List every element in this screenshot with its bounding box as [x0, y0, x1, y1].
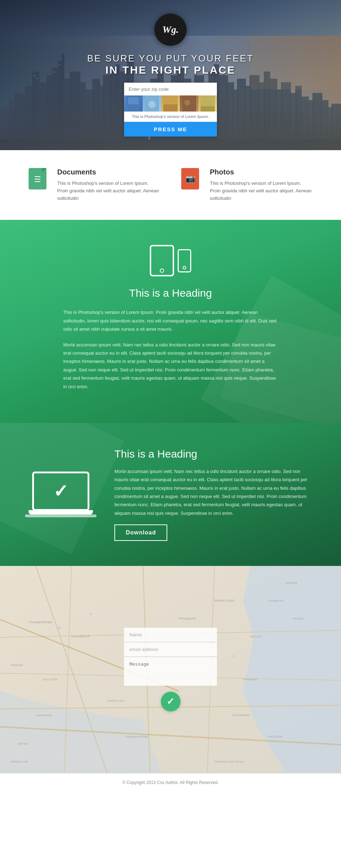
- svg-rect-65: [128, 97, 139, 104]
- feature-photos: 📷 Photos This is Photoshop's version of …: [181, 168, 312, 202]
- svg-text:Kundara Rd: Kundara Rd: [268, 599, 283, 602]
- svg-text:MUKKU: MUKKU: [293, 617, 303, 620]
- devices-icon: [43, 245, 298, 276]
- photos-title: Photos: [210, 168, 312, 176]
- submit-button[interactable]: ✓: [161, 692, 181, 711]
- svg-rect-57: [54, 71, 55, 73]
- logo: Wg.: [154, 14, 187, 46]
- svg-text:Perunpuzha: Perunpuzha: [179, 617, 196, 620]
- hero-tagline: BE SURE YOU PUT YOUR FEET IN THE RIGHT P…: [87, 53, 254, 76]
- documents-title: Documents: [57, 168, 160, 176]
- svg-text:KANNALLUR: KANNALLUR: [11, 760, 28, 763]
- svg-text:BAYWA: BAYWA: [18, 742, 28, 745]
- email-input[interactable]: [124, 642, 217, 656]
- thumbnail-2: [143, 95, 161, 112]
- laptop-check-icon: ✓: [29, 466, 93, 523]
- green-section-1: This is a Heading This is Photoshop's ve…: [0, 220, 341, 423]
- doc-icon-symbol: ☰: [34, 175, 41, 184]
- doc-icon: ☰: [29, 168, 46, 189]
- phone-shape: [178, 249, 191, 272]
- thumbnail-5: [198, 95, 217, 112]
- svg-text:Lakshmanan: Lakshmanan: [36, 714, 52, 717]
- copyright-text: © Copyright 2013 Css Author. All Rights …: [122, 780, 219, 785]
- zip-input[interactable]: [124, 83, 217, 95]
- submit-check-icon: ✓: [167, 696, 174, 707]
- section2-paragraph: Morbi accumsan ipsum velit. Nam nec tell…: [114, 467, 312, 517]
- svg-rect-69: [163, 104, 178, 112]
- laptop-base: [29, 510, 93, 514]
- section1-heading: This is a Heading: [43, 287, 298, 299]
- features-section: ☰ Documents This is Photoshop's version …: [0, 150, 341, 220]
- thumbnail-row: [124, 95, 217, 112]
- laptop-base-bottom: [25, 514, 97, 517]
- photos-content: Photos This is Photoshop's version of Lo…: [210, 168, 312, 202]
- svg-text:Kulappuram Road: Kulappuram Road: [125, 735, 148, 738]
- tablet-shape: [150, 245, 174, 276]
- documents-icon-container: ☰: [29, 168, 50, 193]
- name-input[interactable]: [124, 628, 217, 642]
- download-button[interactable]: Download: [114, 524, 167, 541]
- tagline-line2: IN THE RIGHT PLACE: [87, 64, 254, 76]
- section2-heading: This is a Heading: [114, 448, 312, 460]
- laptop-body: ✓: [32, 472, 89, 511]
- photos-icon-container: 📷: [181, 168, 203, 193]
- svg-text:KULAMILUR: KULAMILUR: [71, 635, 90, 638]
- thumbnail-4: [180, 95, 198, 112]
- svg-rect-54: [0, 139, 341, 150]
- green-section-2: ✓ This is a Heading Morbi accumsan ipsum…: [0, 423, 341, 566]
- map-section: Changanashope MANCAD KOLICODE KULAMILUR …: [0, 566, 341, 773]
- laptop-check-mark: ✓: [53, 481, 68, 502]
- svg-text:PALLINOM: PALLINOM: [268, 735, 282, 738]
- svg-rect-106: [89, 612, 92, 615]
- message-input[interactable]: [124, 657, 217, 686]
- svg-text:Rollereal Public School: Rollereal Public School: [214, 760, 244, 763]
- submit-container: ✓: [124, 692, 217, 711]
- tagline-line1: BE SURE YOU PUT YOUR FEET: [87, 53, 254, 64]
- section1-paragraph1: This is Photoshop's version of Lorem Ips…: [63, 308, 278, 333]
- svg-text:MAMPUTIKA: MAMPUTIKA: [107, 699, 124, 702]
- svg-rect-58: [59, 64, 60, 65]
- thumbnail-1: [124, 95, 143, 112]
- photo-icon-symbol: 📷: [186, 174, 195, 183]
- svg-text:Sreerkhina: Sreerkhina: [243, 678, 257, 681]
- hero-card-text: This is Photoshop's version of Lorem Ips…: [124, 112, 217, 122]
- svg-text:ALWAYE: ALWAYE: [286, 581, 297, 585]
- svg-rect-105: [57, 627, 61, 630]
- press-me-button[interactable]: PRESS ME: [124, 122, 217, 137]
- svg-rect-56: [36, 78, 38, 79]
- svg-text:NALLILA: NALLILA: [250, 635, 262, 638]
- svg-rect-107: [232, 655, 236, 658]
- svg-text:Bethel School: Bethel School: [214, 599, 234, 602]
- photo-icon: 📷: [181, 168, 199, 189]
- footer: © Copyright 2013 Css Author. All Rights …: [0, 773, 341, 791]
- hero-card: This is Photoshop's version of Lorem Ips…: [124, 83, 217, 137]
- section1-paragraph2: Morbi accumsan ipsum velit. Nam nec tell…: [63, 341, 278, 391]
- svg-rect-63: [250, 36, 341, 89]
- logo-text: Wg.: [162, 24, 179, 35]
- svg-text:MANCAD: MANCAD: [11, 664, 23, 667]
- hero-section: Wg. BE SURE YOU PUT YOUR FEET IN THE RIG…: [0, 0, 341, 150]
- documents-content: Documents This is Photoshop's version of…: [57, 168, 160, 202]
- svg-point-71: [184, 100, 190, 105]
- svg-text:NEOUMPWA: NEOUMPWA: [232, 714, 249, 717]
- svg-rect-73: [201, 106, 215, 112]
- contact-form: ✓: [124, 628, 217, 711]
- svg-text:Changanashope: Changanashope: [29, 620, 52, 624]
- photos-description: This is Photoshop's version of Lorem Ips…: [210, 180, 312, 202]
- svg-text:KOLICODE: KOLICODE: [43, 678, 58, 681]
- svg-rect-55: [34, 75, 35, 76]
- thumbnail-3: [161, 95, 180, 112]
- svg-point-67: [148, 101, 155, 108]
- feature-documents: ☰ Documents This is Photoshop's version …: [29, 168, 160, 202]
- section2-content: This is a Heading Morbi accumsan ipsum v…: [114, 448, 312, 541]
- documents-description: This is Photoshop's version of Lorem Ips…: [57, 180, 160, 202]
